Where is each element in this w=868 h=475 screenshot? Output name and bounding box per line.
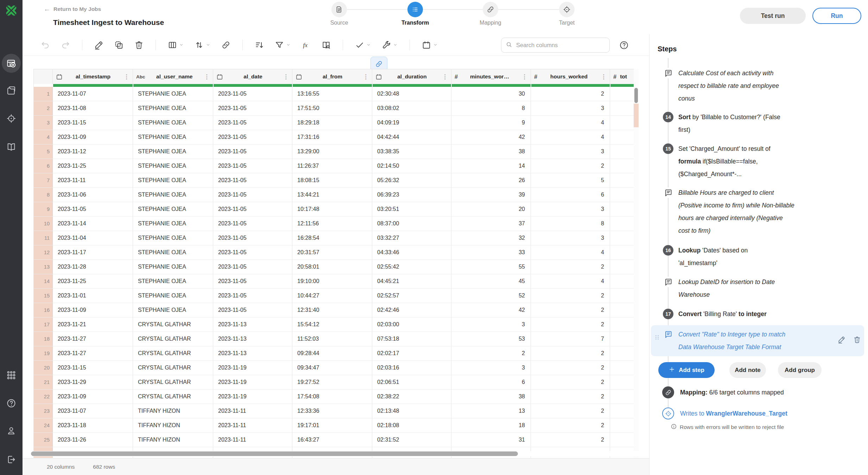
wrench-button[interactable] bbox=[381, 40, 398, 50]
stepper-target[interactable] bbox=[559, 2, 575, 17]
column-header-al_date[interactable]: al_date⋮ bbox=[213, 69, 292, 84]
cell-al_user_name[interactable]: TIFFANY HIZON bbox=[133, 404, 213, 418]
cell-tot[interactable] bbox=[610, 116, 634, 130]
cell-tot[interactable] bbox=[610, 332, 634, 346]
stepper-transform[interactable] bbox=[407, 2, 423, 17]
step-item-15[interactable]: 15Set 'Charged_Amount' to result of form… bbox=[650, 142, 866, 180]
cell-al_timestamp[interactable]: 2023-11-21 bbox=[53, 317, 133, 332]
cell-al_duration[interactable]: 05:26:32 bbox=[372, 173, 451, 188]
cell-al_from[interactable]: 13:29:00 bbox=[292, 145, 372, 159]
cell-al_date[interactable]: 2023-11-05 bbox=[213, 202, 292, 217]
cell-minutes_wor…[interactable]: 14 bbox=[451, 159, 531, 173]
run-button[interactable]: Run bbox=[812, 8, 861, 24]
cell-tot[interactable] bbox=[610, 375, 634, 390]
sidebar-item-logout[interactable] bbox=[0, 453, 23, 466]
row-number[interactable]: 12 bbox=[34, 245, 53, 260]
cell-minutes_wor…[interactable]: 13 bbox=[451, 404, 531, 418]
cell-tot[interactable] bbox=[610, 188, 634, 202]
cell-al_duration[interactable]: 03:20:51 bbox=[372, 202, 451, 217]
cell-al_from[interactable]: 09:28:44 bbox=[292, 346, 372, 361]
cell-al_timestamp[interactable]: 2023-11-07 bbox=[53, 87, 133, 101]
cell-al_date[interactable]: 2023-11-05 bbox=[213, 130, 292, 145]
formula-button[interactable]: fx bbox=[301, 40, 311, 50]
cell-al_from[interactable]: 12:11:56 bbox=[292, 217, 372, 231]
cell-hours_worked[interactable]: 7 bbox=[531, 332, 610, 346]
cell-al_duration[interactable]: 04:09:19 bbox=[372, 116, 451, 130]
cell-al_date[interactable]: 2023-11-05 bbox=[213, 173, 292, 188]
cell-al_user_name[interactable]: STEPHANIE OJEA bbox=[133, 188, 213, 202]
cell-al_timestamp[interactable]: 2023-11-15 bbox=[53, 361, 133, 375]
cell-al_timestamp[interactable]: 2023-11-09 bbox=[53, 303, 133, 317]
cell-minutes_wor…[interactable]: 2 bbox=[451, 346, 531, 361]
cell-al_user_name[interactable]: STEPHANIE OJEA bbox=[133, 116, 213, 130]
cell-minutes_wor…[interactable]: 3 bbox=[451, 361, 531, 375]
cell-al_date[interactable]: 2023-11-11 bbox=[213, 433, 292, 447]
row-number[interactable]: 4 bbox=[34, 130, 53, 145]
cell-minutes_wor…[interactable]: 55 bbox=[451, 260, 531, 274]
cell-tot[interactable] bbox=[610, 418, 634, 433]
cell-al_date[interactable]: 2023-11-05 bbox=[213, 231, 292, 245]
vertical-scrollbar-thumb[interactable] bbox=[634, 88, 638, 103]
row-number[interactable]: 20 bbox=[34, 361, 53, 375]
test-run-button[interactable]: Test run bbox=[740, 8, 806, 24]
sidebar-item-apps-grid[interactable] bbox=[0, 369, 23, 381]
cell-al_timestamp[interactable]: 2023-11-09 bbox=[53, 130, 133, 145]
cell-al_user_name[interactable]: STEPHANIE OJEA bbox=[133, 87, 213, 101]
column-menu-icon[interactable]: ⋮ bbox=[204, 74, 210, 80]
row-number[interactable]: 22 bbox=[34, 390, 53, 404]
redo-button[interactable] bbox=[60, 40, 71, 50]
cell-tot[interactable] bbox=[610, 260, 634, 274]
cell-hours_worked[interactable]: 4 bbox=[531, 274, 610, 289]
cell-al_date[interactable]: 2023-11-05 bbox=[213, 87, 292, 101]
cell-al_from[interactable]: 10:17:48 bbox=[292, 202, 372, 217]
note-item[interactable]: Calculate Cost of each activity with res… bbox=[650, 67, 866, 105]
cell-al_timestamp[interactable]: 2023-11-17 bbox=[53, 245, 133, 260]
row-number[interactable]: 15 bbox=[34, 289, 53, 303]
cell-al_duration[interactable]: 02:13:48 bbox=[372, 404, 451, 418]
cell-al_user_name[interactable]: STEPHANIE OJEA bbox=[133, 260, 213, 274]
note-item[interactable]: Billable Hours are charged to client (Po… bbox=[650, 186, 866, 237]
pencil-button[interactable] bbox=[94, 40, 104, 50]
cell-al_date[interactable]: 2023-11-05 bbox=[213, 159, 292, 173]
back-link[interactable]: ← Return to My Jobs bbox=[44, 5, 101, 13]
cell-al_user_name[interactable]: STEPHANIE OJEA bbox=[133, 217, 213, 231]
cell-hours_worked[interactable]: 2 bbox=[531, 390, 610, 404]
cell-al_duration[interactable]: 02:55:42 bbox=[372, 260, 451, 274]
cell-al_user_name[interactable]: STEPHANIE OJEA bbox=[133, 202, 213, 217]
cell-al_user_name[interactable]: STEPHANIE OJEA bbox=[133, 145, 213, 159]
cell-al_from[interactable]: 19:17:01 bbox=[292, 418, 372, 433]
cell-minutes_wor…[interactable]: 53 bbox=[451, 332, 531, 346]
cell-tot[interactable] bbox=[610, 361, 634, 375]
cell-al_user_name[interactable]: CRYSTAL GLATHAR bbox=[133, 346, 213, 361]
cell-al_duration[interactable]: 03:08:02 bbox=[372, 101, 451, 116]
cell-al_date[interactable]: 2023-11-05 bbox=[213, 116, 292, 130]
cell-al_timestamp[interactable]: 2023-11-15 bbox=[53, 116, 133, 130]
cell-al_duration[interactable]: 02:03:16 bbox=[372, 361, 451, 375]
cell-hours_worked[interactable]: 4 bbox=[531, 245, 610, 260]
cell-al_from[interactable]: 12:33:36 bbox=[292, 404, 372, 418]
step-item-17[interactable]: 17Convert 'Billing Rate' to integer bbox=[650, 308, 866, 320]
column-header-al_timestamp[interactable]: al_timestamp⋮ bbox=[53, 69, 133, 84]
cell-minutes_wor…[interactable]: 6 bbox=[451, 375, 531, 390]
cell-hours_worked[interactable]: 2 bbox=[531, 159, 610, 173]
cell-tot[interactable] bbox=[610, 217, 634, 231]
add-group-button[interactable]: Add group bbox=[778, 362, 822, 378]
column-header-hours_worked[interactable]: #hours_worked⋮ bbox=[531, 69, 610, 84]
cell-al_timestamp[interactable]: 2023-11-08 bbox=[53, 101, 133, 116]
drag-handle-icon[interactable] bbox=[654, 334, 660, 342]
cell-tot[interactable] bbox=[610, 87, 634, 101]
cell-al_duration[interactable]: 03:32:27 bbox=[372, 231, 451, 245]
cell-minutes_wor…[interactable]: 39 bbox=[451, 188, 531, 202]
row-number[interactable]: 1 bbox=[34, 87, 53, 101]
cell-al_from[interactable]: 10:44:27 bbox=[292, 289, 372, 303]
cell-al_user_name[interactable]: CRYSTAL GLATHAR bbox=[133, 390, 213, 404]
cell-al_user_name[interactable]: STEPHANIE OJEA bbox=[133, 289, 213, 303]
cell-al_duration[interactable]: 02:02:17 bbox=[372, 346, 451, 361]
cell-minutes_wor…[interactable]: 31 bbox=[451, 433, 531, 447]
cell-al_timestamp[interactable]: 2023-11-09 bbox=[53, 390, 133, 404]
cell-al_from[interactable]: 13:44:21 bbox=[292, 188, 372, 202]
cell-al_timestamp[interactable]: 2023-11-25 bbox=[53, 159, 133, 173]
row-number[interactable]: 10 bbox=[34, 217, 53, 231]
cell-tot[interactable] bbox=[610, 231, 634, 245]
cell-tot[interactable] bbox=[610, 173, 634, 188]
